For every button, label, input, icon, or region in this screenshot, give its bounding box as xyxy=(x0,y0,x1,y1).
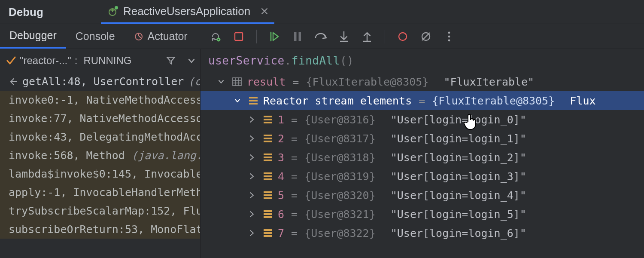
var-index: 7 xyxy=(278,228,284,239)
frame[interactable]: invoke:43, DelegatingMethodAcce xyxy=(0,128,200,146)
chevron-right-icon[interactable] xyxy=(249,154,258,161)
var-row-item[interactable]: 5={User@8320} "User[login=login_4]" xyxy=(200,186,644,205)
run-config-icon xyxy=(108,6,119,17)
tab-debugger[interactable]: Debugger xyxy=(0,24,66,49)
chevron-down-icon[interactable] xyxy=(187,56,196,65)
svg-point-9 xyxy=(399,33,407,40)
tab-console[interactable]: Console xyxy=(66,24,125,49)
more-icon[interactable] xyxy=(443,30,456,43)
var-row-stream-elements[interactable]: Reactor stream elements = {FluxIterable@… xyxy=(200,91,644,110)
frames-pane: "reactor-...": RUNNING getAll:48, UserCo… xyxy=(0,49,200,258)
frame-label: apply:-1, InvocableHandlerMetho xyxy=(9,186,200,199)
expr-suffix: () xyxy=(340,55,354,66)
back-arrow-icon xyxy=(9,77,18,86)
frame[interactable]: invoke:568, Method (java.lang.refl xyxy=(0,146,200,165)
view-breakpoints-icon[interactable] xyxy=(396,30,409,43)
frame[interactable]: lambda$invoke$0:145, InvocableH xyxy=(0,165,200,183)
svg-rect-37 xyxy=(264,197,272,199)
var-index: 4 xyxy=(278,171,284,182)
tab-actuator[interactable]: Actuator xyxy=(125,24,197,49)
svg-rect-43 xyxy=(264,235,272,237)
var-ref: {User@8319} xyxy=(304,171,376,182)
frame-label: invoke:77, NativeMethodAccessor xyxy=(9,112,200,125)
thread-selector[interactable]: "reactor-...": RUNNING xyxy=(0,49,200,72)
chevron-down-icon[interactable] xyxy=(218,78,227,85)
pause-icon[interactable] xyxy=(291,30,304,43)
run-config-name: ReactiveUsersApplication xyxy=(123,6,250,17)
chevron-down-icon[interactable] xyxy=(234,97,243,104)
var-ref: {FluxIterable@8305} xyxy=(306,77,428,87)
list-icon xyxy=(262,154,273,161)
var-ref: {User@8318} xyxy=(304,152,376,163)
var-name: result xyxy=(247,77,286,87)
var-ref: {FluxIterable@8305} xyxy=(432,95,555,106)
frame[interactable]: invoke:77, NativeMethodAccessor xyxy=(0,109,200,128)
frame-label: invoke:43, DelegatingMethodAcce xyxy=(9,131,200,143)
close-tab-icon[interactable] xyxy=(261,7,268,15)
var-row-item[interactable]: 2={User@8317} "User[login=login_1]" xyxy=(200,129,644,148)
svg-point-14 xyxy=(448,39,450,41)
actuator-icon xyxy=(134,32,143,41)
svg-rect-20 xyxy=(249,97,258,98)
stop-icon[interactable] xyxy=(232,30,245,43)
svg-rect-29 xyxy=(264,154,272,155)
step-out-icon[interactable] xyxy=(361,30,374,43)
var-row-item[interactable]: 6={User@8321} "User[login=login_5]" xyxy=(200,205,644,224)
resume-icon[interactable] xyxy=(268,30,281,43)
step-into-icon[interactable] xyxy=(337,30,350,43)
variables-tree[interactable]: result = {FluxIterable@8305} "FluxIterab… xyxy=(200,72,644,258)
var-row-item[interactable]: 4={User@8319} "User[login=login_3]" xyxy=(200,167,644,186)
run-config-tab[interactable]: ReactiveUsersApplication xyxy=(101,0,274,24)
chevron-right-icon[interactable] xyxy=(249,135,258,142)
var-index: 5 xyxy=(278,190,284,201)
frame-label: invoke0:-1, NativeMethodAccesso xyxy=(9,94,200,106)
var-row-result[interactable]: result = {FluxIterable@8305} "FluxIterab… xyxy=(200,72,644,91)
frame[interactable]: subscribeOrReturn:53, MonoFlatM xyxy=(0,220,200,239)
svg-rect-35 xyxy=(264,191,272,193)
var-row-item[interactable]: 7={User@8322} "User[login=login_6]" xyxy=(200,224,644,243)
frame-current[interactable]: getAll:48, UserController (com.exa xyxy=(0,72,200,91)
frame[interactable]: apply:-1, InvocableHandlerMetho xyxy=(0,183,200,202)
chevron-right-icon[interactable] xyxy=(249,230,258,236)
var-value: "User[login=login_2]" xyxy=(391,152,526,163)
svg-rect-42 xyxy=(264,232,272,234)
svg-rect-30 xyxy=(264,157,272,158)
rerun-icon[interactable] xyxy=(209,30,222,43)
list-icon xyxy=(262,229,273,237)
panel-title: Debug xyxy=(4,6,49,18)
var-row-item[interactable]: 1={User@8316} "User[login=login_0]" xyxy=(200,110,644,129)
expr-method: findAll xyxy=(292,55,340,66)
var-ref: {User@8322} xyxy=(304,228,376,239)
chevron-right-icon[interactable] xyxy=(249,116,258,123)
expr-object: userService xyxy=(208,55,285,66)
thread-status: RUNNING xyxy=(83,55,131,66)
chevron-right-icon[interactable] xyxy=(249,211,258,218)
svg-point-13 xyxy=(448,35,450,37)
var-index: 6 xyxy=(278,209,284,220)
chevron-right-icon[interactable] xyxy=(249,173,258,180)
list-icon xyxy=(262,135,273,142)
filter-icon[interactable] xyxy=(166,55,176,66)
svg-rect-15 xyxy=(233,78,241,86)
list-icon xyxy=(262,172,273,180)
frame[interactable]: invoke0:-1, NativeMethodAccesso xyxy=(0,91,200,109)
svg-rect-36 xyxy=(264,194,272,196)
evaluate-expression-input[interactable]: userService.findAll() xyxy=(200,49,644,72)
mute-breakpoints-icon[interactable] xyxy=(419,30,432,43)
separator xyxy=(385,30,385,43)
list-icon xyxy=(248,97,259,104)
frame[interactable]: trySubscribeScalarMap:152, FluxF xyxy=(0,202,200,220)
svg-rect-21 xyxy=(249,100,258,101)
var-value: "FluxIterable" xyxy=(444,77,534,87)
var-row-item[interactable]: 3={User@8318} "User[login=login_2]" xyxy=(200,148,644,167)
separator xyxy=(256,30,257,43)
var-ref: {User@8321} xyxy=(304,209,376,220)
table-icon xyxy=(231,77,243,86)
chevron-right-icon[interactable] xyxy=(249,192,258,199)
frames-list[interactable]: getAll:48, UserController (com.exa invok… xyxy=(0,72,200,258)
svg-rect-31 xyxy=(264,160,272,161)
var-value: "User[login=login_1]" xyxy=(391,133,526,144)
var-ref: {User@8320} xyxy=(304,190,376,201)
step-over-icon[interactable] xyxy=(314,30,327,43)
svg-rect-28 xyxy=(264,141,272,142)
